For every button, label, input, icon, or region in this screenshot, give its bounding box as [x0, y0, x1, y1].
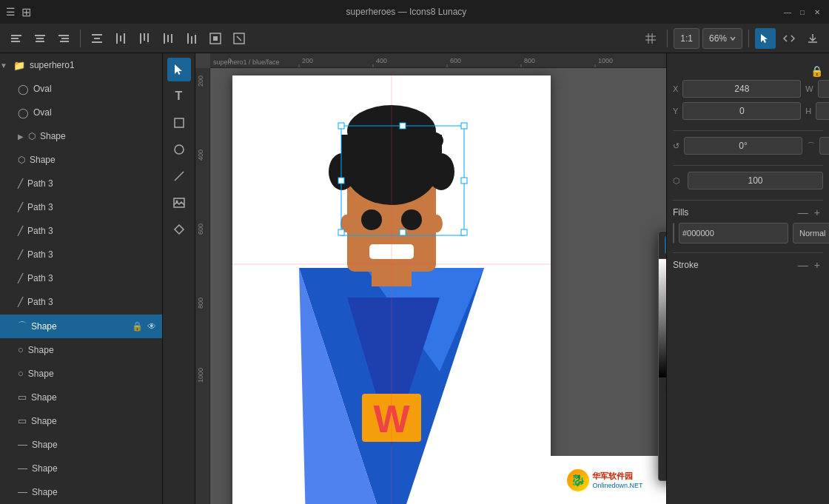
- scale-button[interactable]: [229, 28, 249, 49]
- svg-text:400: 400: [197, 149, 204, 161]
- canvas-area[interactable]: 0 200 400 600 800 1000 superhero1 / blue…: [195, 53, 666, 504]
- x-input[interactable]: [682, 80, 801, 98]
- opacity-input[interactable]: [688, 172, 823, 189]
- distribute-v-button[interactable]: [87, 28, 107, 49]
- svg-point-69: [361, 209, 382, 230]
- path-icon: ╱: [18, 202, 23, 212]
- svg-text:200: 200: [302, 57, 313, 64]
- fill-swatch[interactable]: [673, 223, 674, 243]
- align-bottom-button[interactable]: [181, 28, 202, 49]
- svg-rect-20: [171, 34, 172, 43]
- xw-row: X W: [673, 80, 823, 98]
- image-tool[interactable]: [167, 191, 191, 215]
- layer-root[interactable]: ▼ 📁 superhero1: [0, 53, 162, 77]
- svg-rect-25: [213, 36, 218, 41]
- align-right-button[interactable]: [53, 28, 74, 49]
- grid-button[interactable]: [640, 28, 661, 49]
- radius-input[interactable]: [819, 137, 829, 155]
- oval-tool[interactable]: [167, 138, 191, 161]
- svg-rect-21: [187, 33, 189, 44]
- zoom-percent-button[interactable]: 66%: [702, 28, 742, 49]
- svg-text:1000: 1000: [598, 57, 613, 64]
- layer-path3[interactable]: ╱ Path 3: [0, 219, 162, 243]
- layer-shape8[interactable]: — Shape: [0, 433, 162, 457]
- code-button[interactable]: [779, 28, 799, 49]
- svg-marker-37: [175, 225, 184, 234]
- y-label: Y: [673, 107, 678, 115]
- layer-path1[interactable]: ╱ Path 3: [0, 172, 162, 195]
- distribute-h-button[interactable]: [110, 28, 131, 49]
- text-tool[interactable]: T: [167, 84, 191, 108]
- component-tool[interactable]: [167, 218, 191, 241]
- stroke-remove-button[interactable]: —: [795, 259, 811, 271]
- oval-icon: ○: [18, 344, 24, 355]
- align-center-h-button[interactable]: [30, 28, 50, 49]
- path-icon: ╱: [18, 178, 23, 189]
- svg-point-68: [421, 132, 443, 149]
- layer-shape9[interactable]: — Shape: [0, 457, 162, 480]
- svg-text:600: 600: [197, 224, 204, 235]
- export-button[interactable]: [802, 28, 823, 49]
- fill-mode-select[interactable]: Normal Multiply Screen Overlay: [793, 223, 829, 243]
- lock-icon[interactable]: 🔒: [810, 65, 823, 77]
- layers-icon[interactable]: ⊞: [21, 5, 31, 19]
- svg-rect-1: [11, 38, 19, 39]
- hamburger-icon[interactable]: ☰: [6, 6, 16, 18]
- svg-rect-8: [60, 41, 69, 42]
- yh-row: Y H: [673, 102, 823, 120]
- stroke-title: Stroke: [673, 260, 795, 270]
- breadcrumb: superhero1 / blue/face: [213, 58, 280, 66]
- align-left-button[interactable]: [6, 28, 27, 49]
- align-top-button[interactable]: [134, 28, 155, 49]
- layer-shape6[interactable]: ▭ Shape: [0, 386, 162, 409]
- rotation-input[interactable]: [684, 137, 802, 155]
- layer-oval2[interactable]: ◯ Oval: [0, 101, 162, 124]
- line-tool[interactable]: [167, 164, 191, 188]
- svg-rect-9: [92, 34, 102, 36]
- maximize-button[interactable]: □: [796, 6, 808, 18]
- canvas-container[interactable]: W: [210, 68, 666, 504]
- layer-shape7[interactable]: ▭ Shape: [0, 409, 162, 433]
- rotation-row: ↺ ⌒: [673, 137, 823, 155]
- layer-shape4[interactable]: ○ Shape: [0, 338, 162, 362]
- stroke-add-button[interactable]: +: [811, 259, 823, 271]
- svg-rect-81: [400, 229, 406, 235]
- cp-gradient-area[interactable]: [659, 259, 666, 377]
- layer-shape3[interactable]: ⌒ Shape 🔒 👁: [0, 315, 162, 338]
- layer-oval1[interactable]: ◯ Oval: [0, 77, 162, 101]
- y-input[interactable]: [682, 102, 801, 120]
- svg-point-70: [401, 209, 422, 230]
- fills-remove-button[interactable]: —: [795, 206, 811, 218]
- layer-path6[interactable]: ╱ Path 3: [0, 290, 162, 314]
- layer-shape2[interactable]: ⬡ Shape: [0, 148, 162, 172]
- svg-rect-0: [11, 35, 21, 36]
- minimize-button[interactable]: —: [782, 6, 793, 18]
- ruler-top: 0 200 400 600 800 1000 superhero1 / blue…: [210, 53, 666, 68]
- fill-hex-input[interactable]: [679, 223, 788, 243]
- rect-tool[interactable]: [167, 111, 191, 135]
- main-area: ▼ 📁 superhero1 ◯ Oval ◯ Oval ▶ ⬡ Shape ⬡…: [0, 53, 829, 504]
- svg-rect-2: [11, 41, 20, 42]
- shape-icon: ⬡: [28, 131, 36, 141]
- fills-add-button[interactable]: +: [811, 206, 823, 218]
- page-align-button[interactable]: [205, 28, 226, 49]
- layer-path4[interactable]: ╱ Path 3: [0, 243, 162, 266]
- cursor-mode-button[interactable]: [755, 28, 776, 49]
- layer-shape1[interactable]: ▶ ⬡ Shape: [0, 124, 162, 148]
- layer-shape5[interactable]: ○ Shape: [0, 362, 162, 386]
- tool-sidebar: T: [163, 53, 195, 504]
- select-tool[interactable]: [167, 58, 191, 81]
- layer-shape10[interactable]: — Shape: [0, 480, 162, 504]
- layer-path5[interactable]: ╱ Path 3: [0, 266, 162, 290]
- layer-path2[interactable]: ╱ Path 3: [0, 195, 162, 219]
- svg-text:800: 800: [197, 298, 204, 309]
- svg-rect-32: [175, 118, 184, 127]
- close-button[interactable]: ✕: [811, 6, 823, 18]
- zoom-ratio-button[interactable]: 1:1: [674, 28, 699, 49]
- w-input[interactable]: [818, 80, 829, 98]
- align-mid-button[interactable]: [158, 28, 178, 49]
- cp-solid-mode[interactable]: [665, 236, 666, 254]
- h-input[interactable]: [816, 102, 829, 120]
- svg-rect-79: [461, 178, 467, 184]
- line-icon: —: [18, 486, 27, 497]
